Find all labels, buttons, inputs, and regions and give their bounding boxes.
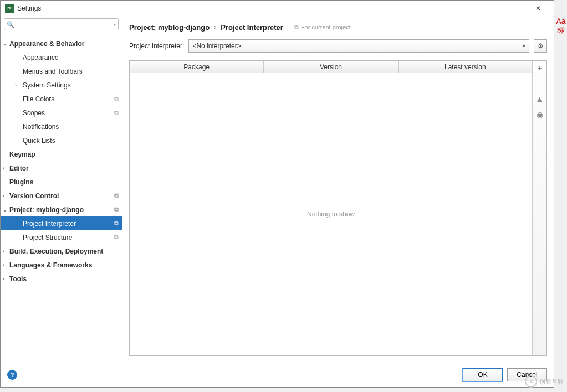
tree-item-label: Project Interpreter: [23, 220, 76, 228]
tree-item-project-myblog-django[interactable]: ⌄Project: myblog-django⧉: [1, 203, 122, 216]
packages-table: Package Version Latest version Nothing t…: [130, 61, 532, 355]
upgrade-package-button[interactable]: ▲: [534, 94, 545, 104]
chevron-right-icon: ›: [15, 82, 21, 88]
tree-item-menus-and-toolbars[interactable]: Menus and Toolbars: [1, 64, 122, 78]
chevron-down-icon: ▾: [523, 43, 525, 49]
tree-item-file-colors[interactable]: File Colors⧉: [1, 92, 122, 106]
empty-text: Nothing to show: [307, 210, 355, 218]
table-tools: + − ▲ ◉: [532, 61, 546, 355]
breadcrumb-project: Project: myblog-django: [129, 23, 210, 32]
settings-window: PC Settings ✕ 🔍 ▾ ⌄Appearance & Behavior…: [0, 0, 554, 388]
plus-icon: +: [537, 64, 542, 73]
tree-item-label: Menus and Toolbars: [23, 68, 83, 75]
chevron-right-icon: ›: [3, 262, 8, 268]
packages-table-area: Package Version Latest version Nothing t…: [129, 60, 547, 356]
tree-item-label: Quick Lists: [23, 137, 55, 145]
tree-item-label: Appearance: [23, 54, 59, 61]
tree-item-editor[interactable]: ›Editor: [1, 161, 122, 175]
chevron-right-icon: ›: [3, 193, 8, 199]
tree-item-label: Languages & Frameworks: [9, 261, 92, 269]
project-scope-icon: ⧉: [114, 206, 119, 213]
project-scope-icon: ⧉: [114, 234, 119, 241]
sidebar: 🔍 ▾ ⌄Appearance & BehaviorAppearanceMenu…: [1, 16, 122, 362]
minus-icon: −: [537, 79, 542, 88]
tree-item-appearance[interactable]: Appearance: [1, 50, 122, 64]
scope-hint: ⧉ For current project: [294, 24, 351, 31]
tree-item-label: Appearance & Behavior: [9, 40, 84, 48]
tree-item-label: Notifications: [23, 123, 59, 131]
main-panel: Project: myblog-django › Project Interpr…: [122, 16, 554, 362]
tree-item-label: Version Control: [9, 192, 59, 200]
tree-item-quick-lists[interactable]: Quick Lists: [1, 133, 122, 147]
search-input[interactable]: [16, 20, 114, 28]
col-package[interactable]: Package: [130, 61, 264, 73]
interpreter-settings-button[interactable]: ⚙: [534, 39, 547, 53]
chevron-right-icon: ›: [3, 276, 8, 282]
tree-item-label: Build, Execution, Deployment: [9, 247, 103, 255]
chevron-right-icon: ›: [3, 249, 8, 254]
col-latest[interactable]: Latest version: [399, 61, 532, 73]
ok-button[interactable]: OK: [463, 368, 503, 381]
search-box[interactable]: 🔍 ▾: [4, 18, 119, 30]
tree-item-scopes[interactable]: Scopes⧉: [1, 106, 122, 120]
project-scope-icon: ⧉: [114, 109, 119, 116]
interpreter-select[interactable]: <No interpreter> ▾: [188, 39, 529, 53]
search-dropdown-icon[interactable]: ▾: [114, 22, 116, 27]
chevron-down-icon: ⌄: [3, 41, 8, 47]
tree-item-notifications[interactable]: Notifications: [1, 120, 122, 133]
tree-item-project-structure[interactable]: Project Structure⧉: [1, 230, 122, 244]
col-version[interactable]: Version: [264, 61, 398, 73]
tree-item-build-execution-deployment[interactable]: ›Build, Execution, Deployment: [1, 244, 122, 258]
tree-item-plugins[interactable]: Plugins: [1, 175, 122, 189]
tree-item-version-control[interactable]: ›Version Control⧉: [1, 189, 122, 203]
project-scope-icon: ⧉: [114, 95, 119, 102]
breadcrumb-separator: ›: [214, 23, 216, 31]
show-early-releases-button[interactable]: ◉: [534, 110, 545, 120]
tree-item-label: Project: myblog-django: [9, 206, 84, 214]
interpreter-value: <No interpreter>: [192, 42, 523, 50]
settings-tree: ⌄Appearance & BehaviorAppearanceMenus an…: [1, 33, 122, 362]
titlebar: PC Settings ✕: [1, 1, 554, 16]
tree-item-label: Editor: [9, 164, 29, 172]
add-package-button[interactable]: +: [534, 63, 545, 73]
tree-item-appearance-behavior[interactable]: ⌄Appearance & Behavior: [1, 37, 122, 50]
app-icon: PC: [5, 4, 14, 13]
close-button[interactable]: ✕: [527, 1, 549, 16]
footer: ? OK Cancel: [1, 362, 554, 387]
tree-item-project-interpreter[interactable]: Project Interpreter⧉: [1, 216, 122, 230]
tree-item-languages-frameworks[interactable]: ›Languages & Frameworks: [1, 258, 122, 272]
chevron-down-icon: ⌄: [3, 207, 8, 213]
up-arrow-icon: ▲: [536, 95, 544, 104]
tree-item-keymap[interactable]: Keymap: [1, 147, 122, 161]
close-icon: ✕: [535, 4, 541, 12]
project-scope-icon: ⧉: [114, 220, 119, 227]
table-header: Package Version Latest version: [130, 61, 532, 73]
tree-item-label: File Colors: [23, 95, 54, 103]
right-strip-a: Aa: [556, 17, 565, 25]
tree-item-label: Plugins: [9, 178, 33, 186]
spacer: [129, 356, 547, 362]
gear-icon: ⚙: [538, 42, 544, 50]
breadcrumb: Project: myblog-django › Project Interpr…: [129, 20, 547, 34]
breadcrumb-page: Project Interpreter: [221, 23, 283, 32]
help-icon: ?: [11, 372, 14, 378]
right-strip-b: 标: [557, 25, 565, 35]
copy-icon: ⧉: [294, 24, 299, 31]
help-button[interactable]: ?: [7, 370, 17, 380]
cancel-button[interactable]: Cancel: [507, 368, 547, 381]
tree-item-label: Keymap: [9, 151, 35, 158]
remove-package-button[interactable]: −: [534, 79, 545, 89]
project-scope-icon: ⧉: [114, 192, 119, 199]
search-icon: 🔍: [7, 21, 14, 28]
eye-icon: ◉: [537, 110, 543, 119]
right-strip: Aa 标: [555, 17, 567, 44]
body: 🔍 ▾ ⌄Appearance & BehaviorAppearanceMenu…: [1, 16, 554, 362]
tree-item-tools[interactable]: ›Tools: [1, 272, 122, 286]
tree-item-label: Project Structure: [23, 234, 72, 241]
scope-hint-text: For current project: [301, 24, 351, 30]
tree-item-label: Tools: [9, 275, 27, 283]
interpreter-row: Project Interpreter: <No interpreter> ▾ …: [129, 39, 547, 53]
window-title: Settings: [17, 4, 527, 12]
search-row: 🔍 ▾: [1, 16, 122, 33]
tree-item-system-settings[interactable]: ›System Settings: [1, 78, 122, 92]
